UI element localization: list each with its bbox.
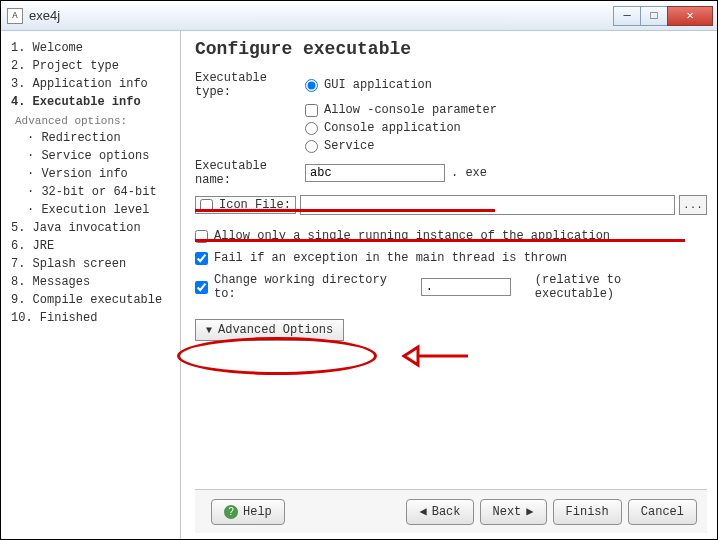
sidebar-sub-redirection[interactable]: Redirection [5,129,176,147]
change-wd-label: Change working directory to: [214,273,415,301]
working-dir-input[interactable] [421,278,511,296]
browse-button[interactable]: ... [679,195,707,215]
sidebar-advanced-label: Advanced options: [5,111,176,129]
sidebar-item-java-invocation[interactable]: 5. Java invocation [5,219,176,237]
sidebar-item-project-type[interactable]: 2. Project type [5,57,176,75]
page-heading: Configure executable [195,39,707,59]
sidebar-item-finished[interactable]: 10. Finished [5,309,176,327]
fail-exception-label: Fail if an exception in the main thread … [214,251,567,265]
exec-name-label: Executable name: [195,159,305,187]
titlebar: A exe4j ─ □ ✕ [1,1,717,31]
help-button[interactable]: ? Help [211,499,285,525]
radio-gui-application[interactable] [305,79,318,92]
triangle-left-icon: ◀ [419,504,426,519]
icon-file-input[interactable] [300,195,675,215]
annotation-arrow-icon [400,343,470,369]
wizard-sidebar: 1. Welcome 2. Project type 3. Applicatio… [1,31,181,539]
back-button[interactable]: ◀ Back [406,499,473,525]
sidebar-sub-execution-level[interactable]: Execution level [5,201,176,219]
sidebar-item-splash-screen[interactable]: 7. Splash screen [5,255,176,273]
sidebar-item-executable-info[interactable]: 4. Executable info [5,93,176,111]
content-area: Configure executable Executable type: GU… [181,31,717,539]
close-button[interactable]: ✕ [667,6,713,26]
sidebar-item-application-info[interactable]: 3. Application info [5,75,176,93]
triangle-right-icon: ▶ [526,504,533,519]
sidebar-item-welcome[interactable]: 1. Welcome [5,39,176,57]
window-title: exe4j [29,8,614,23]
advanced-options-label: Advanced Options [218,323,333,337]
annotation-underline-1 [195,209,495,212]
exec-name-input[interactable] [305,164,445,182]
sidebar-item-compile-executable[interactable]: 9. Compile executable [5,291,176,309]
triangle-down-icon: ▼ [206,325,212,336]
radio-service-label: Service [324,139,374,153]
minimize-button[interactable]: ─ [613,6,641,26]
change-wd-checkbox[interactable] [195,281,208,294]
exec-type-label: Executable type: [195,71,305,99]
fail-exception-checkbox[interactable] [195,252,208,265]
config-form: Executable type: GUI application Allow -… [195,71,707,489]
annotation-underline-2 [195,239,685,242]
app-icon: A [7,8,23,24]
help-icon: ? [224,505,238,519]
sidebar-sub-32-64-bit[interactable]: 32-bit or 64-bit [5,183,176,201]
sidebar-item-jre[interactable]: 6. JRE [5,237,176,255]
radio-console-application[interactable] [305,122,318,135]
sidebar-sub-service-options[interactable]: Service options [5,147,176,165]
app-window: A exe4j ─ □ ✕ 1. Welcome 2. Project type… [0,0,718,540]
maximize-button[interactable]: □ [640,6,668,26]
finish-button[interactable]: Finish [553,499,622,525]
exec-ext-label: . exe [451,166,487,180]
allow-console-label: Allow -console parameter [324,103,497,117]
next-button[interactable]: Next ▶ [480,499,547,525]
sidebar-item-messages[interactable]: 8. Messages [5,273,176,291]
radio-gui-label: GUI application [324,78,432,92]
cancel-button[interactable]: Cancel [628,499,697,525]
wizard-footer: ? Help ◀ Back Next ▶ Finish Cancel [195,489,707,533]
relative-note: (relative to executable) [535,273,707,301]
allow-console-checkbox[interactable] [305,104,318,117]
radio-console-label: Console application [324,121,461,135]
annotation-circle [177,337,377,375]
radio-service[interactable] [305,140,318,153]
sidebar-sub-version-info[interactable]: Version info [5,165,176,183]
